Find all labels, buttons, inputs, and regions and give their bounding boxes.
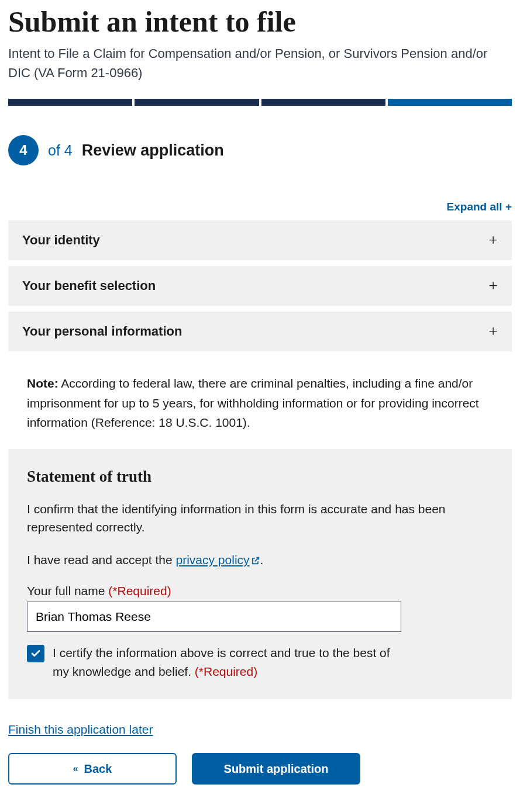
finish-later-link[interactable]: Finish this application later — [8, 723, 153, 737]
accordion-label: Your personal information — [22, 324, 182, 339]
page-title: Submit an intent to file — [8, 6, 512, 38]
full-name-input[interactable] — [27, 602, 401, 632]
step-of-text: of 4 — [48, 142, 73, 159]
progress-segment-1 — [8, 99, 132, 106]
certify-label: I certify the information above is corre… — [53, 644, 404, 680]
note-bold: Note: — [27, 376, 58, 390]
statement-heading: Statement of truth — [27, 468, 493, 486]
certify-checkbox[interactable] — [27, 645, 44, 662]
step-indicator: 4 of 4 Review application — [8, 135, 512, 165]
note-text: According to federal law, there are crim… — [27, 376, 479, 429]
statement-p2-suffix: . — [260, 553, 264, 566]
statement-p2-prefix: I have read and accept the — [27, 553, 176, 566]
back-button[interactable]: « Back — [8, 753, 177, 785]
accordion-label: Your benefit selection — [22, 278, 156, 293]
expand-all-button[interactable]: Expand all + — [8, 201, 512, 213]
progress-bar — [8, 99, 512, 106]
required-marker: (*Required) — [195, 665, 257, 678]
statement-of-truth: Statement of truth I confirm that the id… — [8, 449, 512, 700]
progress-segment-3 — [261, 99, 385, 106]
plus-icon: + — [488, 232, 498, 248]
plus-icon: + — [488, 323, 498, 340]
accordion-your-identity[interactable]: Your identity + — [8, 220, 512, 260]
legal-note: Note: According to federal law, there ar… — [8, 357, 512, 449]
progress-segment-2 — [135, 99, 259, 106]
accordion-label: Your identity — [22, 233, 100, 248]
chevron-left-icon: « — [73, 763, 76, 774]
required-marker: (*Required) — [108, 584, 171, 597]
accordion-your-personal-information[interactable]: Your personal information + — [8, 312, 512, 351]
full-name-label: Your full name (*Required) — [27, 584, 493, 598]
external-link-icon — [251, 552, 260, 571]
page-subtitle: Intent to File a Claim for Compensation … — [8, 44, 512, 82]
plus-icon: + — [488, 278, 498, 294]
step-number-circle: 4 — [8, 135, 39, 165]
progress-segment-4 — [388, 99, 512, 106]
check-icon — [30, 648, 41, 659]
step-title: Review application — [82, 141, 224, 160]
statement-p1: I confirm that the identifying informati… — [27, 500, 493, 537]
statement-p2: I have read and accept the privacy polic… — [27, 551, 493, 571]
submit-button[interactable]: Submit application — [192, 753, 360, 785]
privacy-policy-link[interactable]: privacy policy — [176, 553, 260, 566]
accordion-your-benefit-selection[interactable]: Your benefit selection + — [8, 266, 512, 306]
